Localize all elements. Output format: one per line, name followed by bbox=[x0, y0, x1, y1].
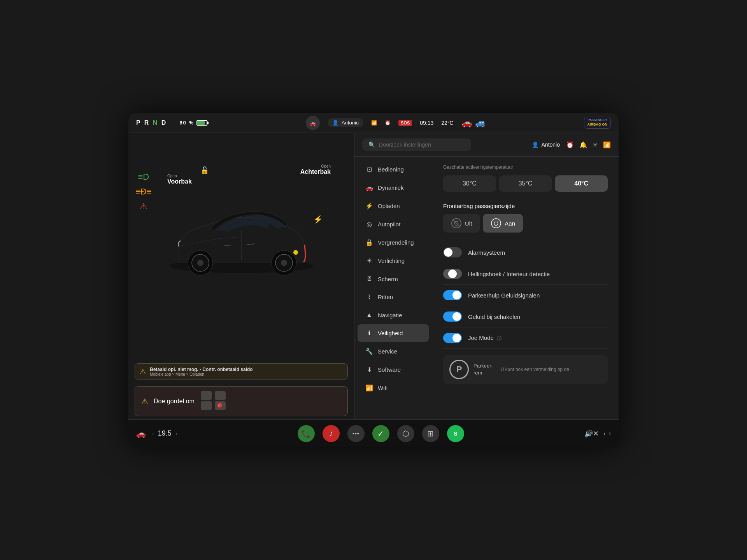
bottom-section: ⚠ Doe gordel om ! bbox=[128, 383, 354, 419]
header-user-label: Antonio bbox=[542, 142, 560, 148]
sidebar-item-autopilot[interactable]: ◎ Autopilot bbox=[358, 215, 429, 233]
sidebar-item-navigatie[interactable]: ▲ Navigatie bbox=[358, 306, 429, 324]
sidebar-item-opladen[interactable]: ⚡ Opladen bbox=[358, 197, 429, 215]
temp-btn-40[interactable]: 40°C bbox=[555, 175, 608, 192]
temp-arrow-left[interactable]: ‹ bbox=[152, 430, 154, 437]
sidebar-item-dynamiek[interactable]: 🚗 Dynamiek bbox=[358, 179, 429, 196]
airbag-off-btn[interactable]: 2 Uit bbox=[443, 214, 480, 233]
svg-rect-12 bbox=[215, 391, 226, 400]
temp-btn-35[interactable]: 35°C bbox=[499, 175, 552, 192]
battery-pct: 80 % bbox=[179, 120, 194, 126]
airbag-title: PASSENGER bbox=[587, 118, 608, 122]
taskbar-temp-display: ‹ 19.5 › bbox=[152, 429, 177, 438]
header-bt-icon: ✳ bbox=[593, 141, 598, 149]
volume-control[interactable]: 🔊✕ bbox=[584, 429, 599, 438]
sidebar-item-service[interactable]: 🔧 Service bbox=[358, 343, 429, 360]
vergrendeling-label: Vergrendeling bbox=[378, 239, 414, 246]
airbag-toggle: 2 Uit Aan bbox=[443, 214, 608, 233]
temp-btn-30[interactable]: 30°C bbox=[443, 175, 496, 192]
sidebar-item-veiligheid[interactable]: ℹ Veiligheid bbox=[358, 324, 429, 342]
alarmsysteem-label: Alarmsysteem bbox=[468, 249, 608, 256]
user-icon: 👤 bbox=[332, 120, 338, 126]
time-display: 09:13 bbox=[420, 120, 433, 126]
achterbak-main-text: Achterbak bbox=[300, 168, 331, 175]
temp-display-status: 22°C bbox=[441, 120, 453, 126]
taskbar-right: 🔊✕ ‹ › bbox=[584, 429, 611, 438]
battery-fill bbox=[197, 121, 205, 125]
sidebar-item-bediening[interactable]: ⊡ Bediening bbox=[358, 161, 429, 178]
svg-rect-11 bbox=[201, 391, 212, 400]
app-spotify[interactable]: S bbox=[447, 425, 464, 442]
search-box[interactable]: 🔍 Doorzoek instellingen bbox=[362, 138, 471, 151]
battery-info: 80 % bbox=[179, 120, 207, 126]
vergrendeling-icon: 🔒 bbox=[365, 239, 373, 246]
wifi-nav-icon: 📶 bbox=[365, 384, 373, 392]
warning-main: Betaald opl. niet mog. - Contr. onbetaal… bbox=[150, 367, 253, 372]
parking-subtext: U kunt ook een vermelding op de bbox=[501, 367, 601, 372]
sos-badge[interactable]: SOS bbox=[398, 120, 412, 126]
bediening-label: Bediening bbox=[378, 166, 404, 173]
settings-header: 🔍 Doorzoek instellingen 👤 Antonio ⏰ 🔔 ✳ … bbox=[354, 133, 619, 157]
voorbak-open-text: Open bbox=[167, 174, 192, 178]
taskbar-left: 🚗 ‹ 19.5 › bbox=[136, 429, 177, 438]
airbag-on-icon bbox=[491, 218, 502, 229]
airbag-status: AIRBAG ON bbox=[587, 122, 608, 127]
nav-arrow-prev[interactable]: ‹ bbox=[603, 430, 605, 437]
sidebar-item-wifi[interactable]: 📶 Wifi bbox=[358, 379, 429, 397]
settings-body: ⊡ Bediening 🚗 Dynamiek ⚡ Opladen ◎ Autop… bbox=[354, 157, 619, 419]
alarm-icon: ⏰ bbox=[385, 120, 391, 126]
svg-rect-13 bbox=[201, 401, 212, 410]
status-right: PASSENGER AIRBAG ON bbox=[584, 117, 611, 128]
header-user-icon: 👤 bbox=[532, 142, 538, 148]
svg-point-20 bbox=[491, 219, 501, 228]
parkeerhulp-label: Parkeerhulp Geluidsignalen bbox=[468, 292, 608, 299]
app-green-check[interactable]: ✓ bbox=[372, 425, 389, 442]
parking-text: Parkeer-rem bbox=[473, 362, 493, 376]
warning-icon: ⚠ bbox=[140, 368, 146, 376]
toggle-joe-mode: Joe Mode ⓘ bbox=[443, 327, 608, 349]
autopilot-label: Autopilot bbox=[378, 221, 400, 228]
toggle-thumb bbox=[452, 334, 461, 342]
app-grid[interactable]: ⊞ bbox=[422, 425, 439, 442]
dynamiek-label: Dynamiek bbox=[378, 184, 404, 191]
header-user: 👤 Antonio ⏰ 🔔 ✳ 📶 bbox=[532, 141, 611, 149]
dynamiek-icon: 🚗 bbox=[365, 184, 373, 191]
prnd-indicator: P R N D bbox=[136, 119, 167, 126]
nav-arrow-next[interactable]: › bbox=[609, 430, 611, 437]
toggle-joe-switch[interactable] bbox=[443, 333, 462, 343]
toggle-thumb bbox=[448, 270, 457, 278]
sidebar-item-software[interactable]: ⬇ Software bbox=[358, 361, 429, 378]
app-music[interactable]: ♪ bbox=[323, 425, 340, 442]
app-phone[interactable]: 📞 bbox=[298, 425, 315, 442]
header-user-name: 👤 Antonio bbox=[532, 142, 560, 148]
sidebar-item-verlichting[interactable]: ☀ Verlichting bbox=[358, 252, 429, 270]
toggle-alarmsysteem-switch[interactable] bbox=[443, 247, 462, 257]
svg-point-6 bbox=[281, 260, 287, 266]
toggle-hellingshoek-switch[interactable] bbox=[443, 269, 462, 279]
nav-icon-car[interactable]: 🚗 bbox=[306, 116, 320, 130]
airbag-on-btn[interactable]: Aan bbox=[483, 214, 523, 233]
warning-sub: Mobiele app > Menu > Opladen bbox=[150, 372, 253, 376]
app-more[interactable]: ••• bbox=[347, 425, 365, 442]
label-voorbak: Open Voorbak bbox=[167, 174, 192, 185]
svg-point-10 bbox=[293, 250, 298, 255]
sidebar-item-vergrendeling[interactable]: 🔒 Vergrendeling bbox=[358, 234, 429, 251]
navigatie-icon: ▲ bbox=[365, 312, 373, 318]
service-label: Service bbox=[378, 348, 397, 355]
parking-label: Parkeer-rem bbox=[473, 362, 493, 376]
toggle-geluid-switch[interactable] bbox=[443, 312, 462, 322]
settings-panel: 🔍 Doorzoek instellingen 👤 Antonio ⏰ 🔔 ✳ … bbox=[354, 133, 619, 419]
taskbar-temp-value: 19.5 bbox=[158, 429, 172, 438]
user-chip[interactable]: 👤 Antonio bbox=[328, 118, 363, 127]
taskbar-car-icon: 🚗 bbox=[136, 429, 146, 438]
sidebar-item-ritten[interactable]: ⌇ Ritten bbox=[358, 288, 429, 306]
navigatie-label: Navigatie bbox=[378, 312, 402, 318]
status-left: P R N D 80 % bbox=[136, 119, 207, 126]
app-bluetooth[interactable]: ⬡ bbox=[397, 425, 414, 442]
charge-icon: ⚡ bbox=[313, 215, 323, 224]
toggle-parkeerhulp-switch[interactable] bbox=[443, 290, 462, 300]
software-icon: ⬇ bbox=[365, 366, 373, 373]
toggle-thumb bbox=[444, 248, 452, 257]
sidebar-item-scherm[interactable]: 🖥 Scherm bbox=[358, 270, 429, 287]
car-image-area: Open Voorbak Open Achterbak 🔓 ⚡ bbox=[128, 133, 354, 360]
